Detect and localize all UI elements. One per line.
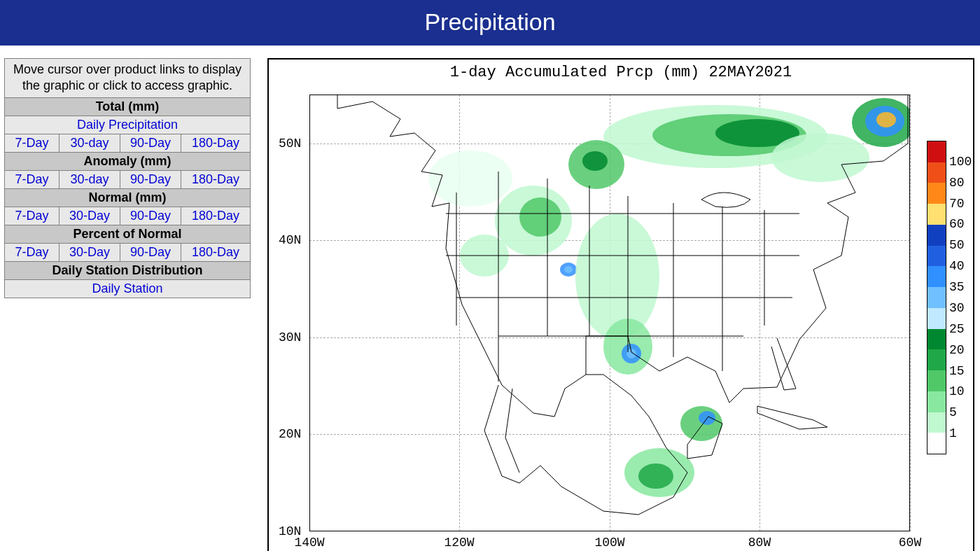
link-total-7day[interactable]: 7-Day	[5, 134, 59, 152]
link-total-90day[interactable]: 90-Day	[120, 134, 181, 152]
colorbar-label: 10	[949, 384, 965, 398]
svg-point-7	[582, 151, 608, 171]
colorbar-swatch	[927, 162, 946, 183]
colorbar-label: 5	[949, 405, 957, 419]
xtick-100w: 100W	[594, 536, 624, 550]
svg-point-11	[564, 266, 573, 273]
colorbar-label: 1	[949, 426, 957, 440]
link-percent-180day[interactable]: 180-Day	[181, 243, 251, 261]
colorbar-label: 80	[949, 176, 965, 190]
colorbar-swatch	[927, 433, 946, 454]
colorbar-swatch	[927, 391, 946, 412]
page-title-bar: Precipitation	[0, 0, 980, 46]
xtick-60w: 60W	[899, 536, 921, 550]
map-frame: 1-day Accumulated Prcp (mm) 22MAY2021	[267, 58, 974, 551]
svg-point-21	[771, 133, 869, 182]
link-percent-90day[interactable]: 90-Day	[120, 243, 181, 261]
section-head-total: Total (mm)	[5, 97, 251, 116]
svg-point-2	[876, 112, 896, 127]
link-daily-station[interactable]: Daily Station	[5, 279, 251, 298]
section-head-percent: Percent of Normal	[5, 225, 251, 243]
link-total-30day[interactable]: 30-day	[59, 134, 120, 152]
link-anomaly-90day[interactable]: 90-Day	[120, 170, 181, 188]
colorbar-swatch	[927, 266, 946, 287]
link-anomaly-7day[interactable]: 7-Day	[5, 170, 59, 188]
colorbar-swatch	[927, 370, 946, 391]
colorbar-label: 15	[949, 364, 965, 378]
link-normal-90day[interactable]: 90-Day	[120, 207, 181, 225]
colorbar-label: 60	[949, 217, 965, 231]
link-total-180day[interactable]: 180-Day	[181, 134, 251, 152]
page-body: Move cursor over product links to displa…	[0, 46, 980, 551]
section-head-normal: Normal (mm)	[5, 188, 251, 207]
ytick-50n: 50N	[279, 137, 370, 151]
colorbar-swatch	[927, 141, 946, 162]
gridline-lon-60w	[910, 95, 911, 531]
nav-instruction: Move cursor over product links to displa…	[5, 59, 251, 98]
xtick-80w: 80W	[748, 536, 771, 550]
colorbar-label: 25	[949, 322, 965, 336]
colorbar-label: 40	[949, 259, 965, 273]
section-head-anomaly: Anomaly (mm)	[5, 152, 251, 170]
svg-point-16	[680, 406, 722, 441]
colorbar-label: 35	[949, 280, 965, 294]
svg-point-9	[519, 197, 561, 237]
link-percent-30day[interactable]: 30-Day	[59, 243, 120, 261]
xtick-140w: 140W	[294, 536, 324, 550]
link-percent-7day[interactable]: 7-Day	[5, 243, 59, 261]
colorbar-swatch	[927, 204, 946, 225]
colorbar-label: 100	[949, 155, 972, 169]
svg-point-19	[638, 463, 673, 489]
link-normal-7day[interactable]: 7-Day	[5, 207, 59, 225]
ytick-20n: 20N	[279, 427, 370, 441]
link-anomaly-180day[interactable]: 180-Day	[181, 170, 251, 188]
colorbar-swatch	[927, 329, 946, 350]
colorbar	[927, 141, 946, 454]
colorbar-swatch	[927, 287, 946, 308]
map-svg	[309, 95, 910, 531]
colorbar-label: 30	[949, 301, 965, 315]
link-normal-30day[interactable]: 30-Day	[59, 207, 120, 225]
svg-point-12	[575, 214, 659, 340]
link-daily-precipitation[interactable]: Daily Precipitation	[5, 116, 251, 134]
colorbar-label: 20	[949, 343, 965, 357]
colorbar-swatch	[927, 246, 946, 267]
section-head-distribution: Daily Station Distribution	[5, 261, 251, 279]
colorbar-swatch	[927, 349, 946, 370]
product-nav-table: Move cursor over product links to displa…	[4, 58, 251, 298]
map-title: 1-day Accumulated Prcp (mm) 22MAY2021	[269, 64, 973, 81]
xtick-120w: 120W	[444, 536, 474, 550]
page-title: Precipitation	[424, 8, 555, 35]
link-anomaly-30day[interactable]: 30-day	[59, 170, 120, 188]
link-normal-180day[interactable]: 180-Day	[181, 207, 251, 225]
colorbar-swatch	[927, 412, 946, 433]
colorbar-label: 70	[949, 197, 965, 211]
colorbar-swatch	[927, 183, 946, 204]
ytick-30n: 30N	[279, 330, 370, 344]
ytick-40n: 40N	[279, 233, 370, 247]
colorbar-swatch	[927, 308, 946, 329]
colorbar-label: 50	[949, 238, 965, 252]
colorbar-swatch	[927, 225, 946, 246]
